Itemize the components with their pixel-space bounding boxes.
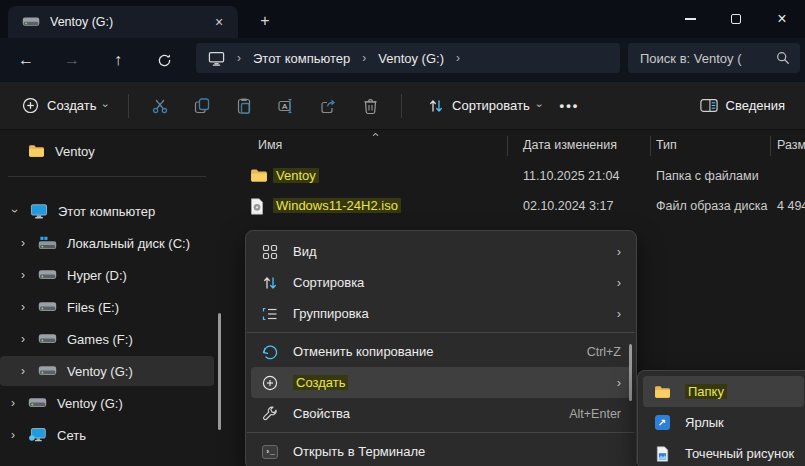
sidebar-item-network[interactable]: › Сеть [0, 420, 214, 450]
divider [128, 94, 129, 118]
file-name[interactable]: Windows11-24H2.iso [273, 198, 401, 213]
share-button[interactable] [307, 89, 349, 123]
chevron-collapsed-icon[interactable]: › [16, 269, 30, 281]
this-pc-icon [30, 203, 48, 219]
cut-button[interactable] [139, 89, 181, 123]
close-button[interactable]: × [759, 0, 805, 38]
column-header-date[interactable]: Дата изменения [523, 138, 617, 152]
back-button[interactable]: ← [6, 44, 46, 76]
file-date: 02.10.2024 3:17 [523, 199, 613, 213]
search-input[interactable]: Поиск в: Ventoy ( [640, 51, 776, 66]
chevron-collapsed-icon[interactable]: › [16, 237, 30, 249]
divider [401, 94, 402, 118]
sidebar-item-drive-f[interactable]: › Games (F:) [0, 324, 214, 354]
create-submenu: Папку ↗ Ярлык Точечный рисунок [637, 370, 805, 466]
drive-icon [38, 301, 57, 313]
forward-button[interactable]: → [52, 44, 92, 76]
drive-icon [38, 333, 57, 345]
undo-icon [262, 344, 279, 360]
menu-item-open-terminal[interactable]: ›_ Открыть в Терминале [251, 436, 631, 466]
column-header-name[interactable]: Имя [258, 138, 282, 152]
explorer-tab[interactable]: Ventoy (G:) × [8, 6, 238, 38]
navigation-pane: Ventoy › Этот компьютер › Локал [0, 130, 228, 466]
breadcrumb-this-pc[interactable]: Этот компьютер [253, 51, 350, 66]
trash-icon [362, 97, 379, 115]
view-grid-icon [262, 244, 278, 260]
menu-item-undo[interactable]: Отменить копирование Ctrl+Z [251, 336, 631, 367]
submenu-item-bitmap[interactable]: Точечный рисунок [643, 438, 804, 466]
sidebar-item-drive-e[interactable]: › Files (E:) [0, 292, 214, 322]
up-button[interactable]: ↑ [98, 44, 138, 76]
sort-button[interactable]: Сортировать › [420, 93, 549, 119]
sidebar-item-this-pc[interactable]: › Этот компьютер [0, 196, 214, 226]
menu-item-group[interactable]: Группировка › [251, 298, 631, 329]
bitmap-image-icon [656, 446, 669, 462]
file-row-iso[interactable]: Windows11-24H2.iso 02.10.2024 3:17 Файл … [233, 192, 805, 222]
menu-item-view[interactable]: Вид › [251, 236, 631, 267]
tab-title: Ventoy (G:) [50, 15, 210, 29]
column-divider[interactable] [650, 136, 651, 156]
menu-item-label: Открыть в Терминале [293, 444, 621, 459]
search-box[interactable]: Поиск в: Ventoy ( [628, 43, 800, 73]
menu-item-properties[interactable]: Свойства Alt+Enter [251, 398, 631, 429]
file-explorer-window: Ventoy (G:) × + × ← → ↑ › Этот компьютер [0, 0, 805, 466]
submenu-chevron-icon: › [617, 307, 621, 320]
minimize-icon [685, 18, 696, 19]
column-divider[interactable] [770, 136, 771, 156]
chevron-expanded-icon[interactable]: › [9, 204, 21, 218]
sidebar-item-label: Hyper (D:) [67, 268, 127, 283]
sidebar-item-label: Сеть [57, 428, 86, 443]
refresh-button[interactable] [144, 44, 184, 76]
chevron-collapsed-icon[interactable]: › [6, 397, 20, 409]
tab-close-icon[interactable]: × [210, 13, 228, 31]
file-name[interactable]: Ventoy [273, 168, 319, 183]
menu-item-sort[interactable]: Сортировка › [251, 267, 631, 298]
file-row-ventoy[interactable]: Ventoy 11.10.2025 21:04 Папка с файлами [233, 162, 805, 192]
column-header-size[interactable]: Размер [777, 138, 805, 152]
submenu-item-shortcut[interactable]: ↗ Ярлык [643, 407, 804, 438]
sidebar-scrollbar[interactable] [218, 313, 221, 430]
this-pc-icon [208, 51, 225, 66]
submenu-chevron-icon: › [617, 245, 621, 258]
folder-icon [28, 144, 45, 158]
column-header-type[interactable]: Тип [656, 138, 677, 152]
details-pane-button[interactable]: Сведения [692, 93, 793, 118]
folder-icon [250, 168, 268, 183]
more-options-button[interactable]: ••• [549, 89, 589, 123]
chevron-collapsed-icon[interactable]: › [16, 365, 30, 377]
column-divider[interactable] [507, 136, 508, 156]
sidebar-item-ventoy-pinned[interactable]: Ventoy [0, 136, 214, 166]
cut-icon [151, 97, 169, 115]
maximize-button[interactable] [713, 0, 759, 38]
menu-item-label: Вид [293, 244, 603, 259]
menu-scrollbar[interactable] [629, 344, 632, 401]
delete-button[interactable] [349, 89, 391, 123]
minimize-button[interactable] [667, 0, 713, 38]
submenu-chevron-icon: › [617, 276, 621, 289]
chevron-collapsed-icon[interactable]: › [16, 301, 30, 313]
copy-button[interactable] [181, 89, 223, 123]
divider [8, 176, 206, 177]
sidebar-item-drive-c[interactable]: › Локальный диск (C:) [0, 228, 214, 258]
create-label: Создать [47, 98, 96, 113]
group-by-icon [262, 306, 278, 322]
terminal-icon: ›_ [262, 445, 278, 459]
chevron-collapsed-icon[interactable]: › [16, 333, 30, 345]
create-button[interactable]: Создать › [12, 92, 118, 119]
sidebar-item-label: Этот компьютер [58, 204, 155, 219]
menu-item-create[interactable]: Создать › [251, 367, 631, 398]
sidebar-item-drive-g[interactable]: › Ventoy (G:) [0, 388, 214, 418]
chevron-collapsed-icon[interactable]: › [6, 429, 20, 441]
paste-button[interactable] [223, 89, 265, 123]
rename-button[interactable]: A [265, 89, 307, 123]
submenu-item-folder[interactable]: Папку [643, 376, 804, 407]
breadcrumb-chevron-icon: › [456, 51, 460, 65]
sidebar-item-drive-g-selected[interactable]: › Ventoy (G:) [0, 356, 214, 386]
context-menu: Вид › Сортировка › Группировка › [245, 230, 637, 466]
copy-icon [193, 97, 211, 115]
breadcrumb-ventoy[interactable]: Ventoy (G:) [378, 51, 444, 66]
sidebar-item-drive-d[interactable]: › Hyper (D:) [0, 260, 214, 290]
new-tab-button[interactable]: + [252, 8, 278, 34]
sidebar-item-label: Ventoy (G:) [57, 396, 123, 411]
file-date: 11.10.2025 21:04 [523, 169, 619, 183]
